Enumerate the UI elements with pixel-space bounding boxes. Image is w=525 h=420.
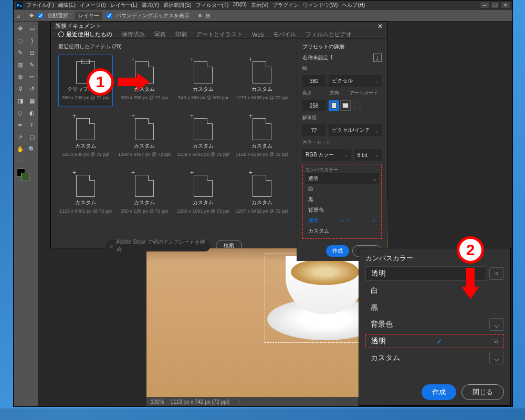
- distribute-icon[interactable]: ⊞: [206, 13, 210, 18]
- zoom-opt-bgcolor[interactable]: 背景色: [365, 318, 486, 331]
- portrait-button[interactable]: [329, 100, 339, 111]
- crop-tool[interactable]: ⊡: [26, 47, 37, 58]
- search-button[interactable]: 検索: [216, 240, 242, 251]
- preset-item[interactable]: カスタム1308 x 8467 px @ 72 ppi: [117, 111, 172, 164]
- quick-select-tool[interactable]: ✎: [15, 47, 26, 58]
- tab-photo[interactable]: 写真: [154, 30, 166, 38]
- bit-depth-select[interactable]: 8 bit: [354, 149, 382, 161]
- healing-tool[interactable]: ◍: [15, 71, 26, 82]
- callout-2: 2: [457, 236, 484, 299]
- preset-item[interactable]: カスタム1280 x 1001 px @ 72 ppi: [176, 168, 230, 220]
- history-brush-tool[interactable]: ↺: [26, 83, 37, 94]
- tab-saved[interactable]: 保存済み: [122, 30, 145, 38]
- move-tool[interactable]: ✥: [15, 23, 26, 34]
- create-button[interactable]: 作成: [326, 245, 349, 257]
- preset-name[interactable]: 名称未設定 1: [302, 54, 333, 61]
- resolution-field[interactable]: 72: [302, 124, 326, 136]
- titlebar: Ps ファイル(F) 編集(E) イメージ(I) レイヤー(L) 書式(Y) 選…: [14, 1, 512, 10]
- color-swatch-button[interactable]: ▫: [489, 267, 504, 280]
- artboard-checkbox[interactable]: [354, 102, 361, 109]
- menu-view[interactable]: 表示(V): [251, 2, 268, 9]
- zoom-level[interactable]: 100%: [151, 399, 164, 405]
- tab-art[interactable]: アートとイラスト: [196, 30, 243, 38]
- canvas-opt-black[interactable]: 黒: [305, 194, 379, 205]
- menu-window[interactable]: ウィンドウ(W): [303, 2, 338, 9]
- marquee-tool[interactable]: ◌: [15, 35, 26, 46]
- zoom-opt-transparent[interactable]: 透明✓☜: [365, 334, 504, 348]
- chevron-down-icon[interactable]: ⌵: [489, 352, 504, 364]
- preset-item[interactable]: カスタム525 x 600 px @ 72 ppi: [58, 111, 113, 164]
- menu-plugin[interactable]: プラグイン: [272, 2, 299, 9]
- tab-web[interactable]: Web: [252, 32, 264, 38]
- minimize-button[interactable]: ─: [480, 2, 489, 9]
- preset-item[interactable]: カスタム1207 x 6432 px @ 72 ppi: [235, 168, 289, 220]
- preset-item[interactable]: カスタム1123 x 6401 px @ 72 ppi: [58, 168, 113, 220]
- zoom-opt-black[interactable]: 黒: [365, 301, 504, 314]
- tab-print[interactable]: 印刷: [175, 30, 187, 38]
- tab-recent[interactable]: 最近使用したもの: [58, 30, 112, 38]
- bbox-checkbox[interactable]: [107, 13, 112, 18]
- taskbar[interactable]: [0, 408, 525, 420]
- menu-filter[interactable]: フィルター(T): [196, 2, 229, 9]
- menu-edit[interactable]: 編集(E): [58, 2, 76, 9]
- close-button[interactable]: ✕: [501, 2, 510, 9]
- color-swatch[interactable]: [15, 167, 37, 183]
- dialog-close-icon[interactable]: ✕: [377, 23, 383, 30]
- zoom-tool[interactable]: 🔍: [26, 143, 37, 155]
- height-field[interactable]: 258: [302, 100, 326, 111]
- menu-3d[interactable]: 3D(D): [233, 2, 247, 9]
- home-icon[interactable]: ⌂: [17, 13, 20, 19]
- lasso-tool[interactable]: ⟆: [26, 35, 37, 46]
- canvas-color-select[interactable]: 透明: [305, 173, 379, 184]
- stamp-tool[interactable]: ⚲: [15, 83, 26, 94]
- menu-image[interactable]: イメージ(I): [80, 2, 106, 9]
- gradient-tool[interactable]: ▦: [26, 95, 37, 107]
- menu-help[interactable]: ヘルプ(H): [342, 2, 365, 9]
- width-field[interactable]: 380: [302, 75, 326, 87]
- type-tool[interactable]: T: [26, 119, 37, 131]
- auto-select-target[interactable]: レイヤー: [75, 12, 102, 20]
- maximize-button[interactable]: □: [490, 2, 500, 9]
- canvas-opt-custom[interactable]: カスタム: [305, 226, 379, 236]
- shape-tool[interactable]: ▢: [26, 131, 37, 143]
- auto-select-checkbox[interactable]: [38, 13, 43, 18]
- menu-layer[interactable]: レイヤー(L): [110, 2, 138, 9]
- preset-item[interactable]: カスタム250 x 120 px @ 72 ppi: [117, 168, 172, 220]
- edit-toolbar[interactable]: ⋯: [15, 155, 26, 167]
- path-tool[interactable]: ↗: [15, 131, 26, 143]
- resolution-unit-select[interactable]: ピクセル/インチ: [329, 124, 382, 136]
- blur-tool[interactable]: ⬯: [15, 107, 26, 119]
- menu-type[interactable]: 書式(Y): [142, 2, 159, 9]
- menu-select[interactable]: 選択範囲(S): [163, 2, 191, 9]
- brush-tool[interactable]: ✏: [26, 71, 37, 82]
- hand-tool[interactable]: ✋: [15, 143, 26, 155]
- move-tool-icon[interactable]: ✥: [29, 13, 34, 18]
- zoom-opt-custom[interactable]: カスタム: [365, 351, 486, 365]
- canvas-opt-bgcolor[interactable]: 背景色: [305, 205, 379, 215]
- zoom-close-button[interactable]: 閉じる: [461, 384, 504, 400]
- color-mode-select[interactable]: RGB カラー: [302, 149, 351, 161]
- menu-file[interactable]: ファイル(F): [26, 2, 54, 9]
- pen-tool[interactable]: ✒: [15, 119, 26, 131]
- tab-mobile[interactable]: モバイル: [273, 30, 296, 38]
- artboard-tool[interactable]: ▭: [26, 23, 37, 34]
- preset-item[interactable]: カスタム1129 x 6384 px @ 72 ppi: [235, 111, 289, 164]
- preset-item[interactable]: カスタム1273 x 8488 px @ 72 ppi: [235, 55, 289, 107]
- chevron-down-icon[interactable]: ⌵: [489, 318, 504, 331]
- eraser-tool[interactable]: ◨: [15, 95, 26, 107]
- eyedropper-tool[interactable]: ✎: [26, 59, 37, 70]
- save-preset-icon[interactable]: ⭳: [373, 54, 382, 62]
- arrow-right-icon: [118, 73, 150, 91]
- canvas-opt-white[interactable]: 白: [305, 184, 379, 194]
- dodge-tool[interactable]: ◐: [26, 107, 37, 119]
- landscape-button[interactable]: [340, 100, 351, 111]
- frame-tool[interactable]: ▥: [15, 59, 26, 70]
- canvas-opt-transparent[interactable]: 透明✓ ☜: [305, 215, 379, 226]
- align-icon[interactable]: ≡: [198, 13, 202, 18]
- zoom-create-button[interactable]: 作成: [422, 384, 456, 400]
- stock-search-input[interactable]: ⌕Adobe Stock で他のテンプレートを検索: [106, 240, 211, 251]
- preset-item[interactable]: カスタム549 x 366 px @ 300 ppi: [176, 55, 230, 107]
- tab-film[interactable]: フィルムとビデオ: [306, 30, 352, 38]
- preset-item[interactable]: カスタム1159 x 6422 px @ 72 ppi: [176, 111, 230, 164]
- unit-select[interactable]: ピクセル: [329, 75, 382, 87]
